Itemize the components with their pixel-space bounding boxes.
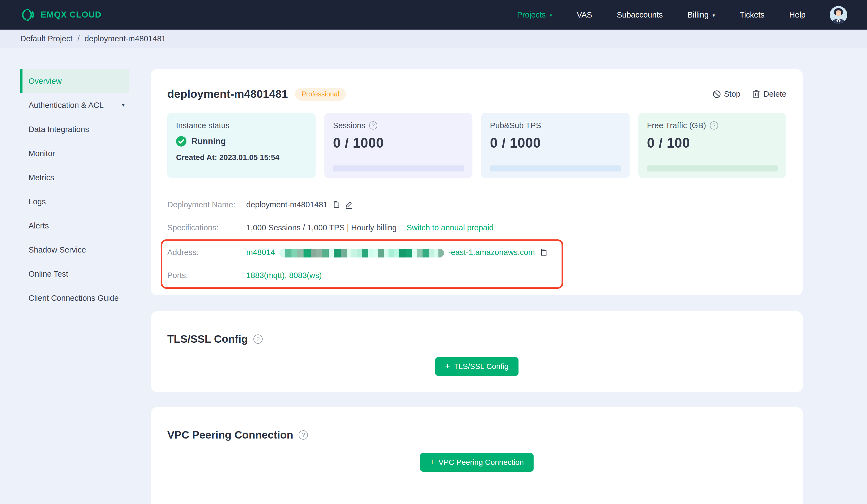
- tls-ssl-title: TLS/SSL Config: [167, 333, 248, 345]
- sidebar-item-overview[interactable]: Overview: [20, 69, 129, 93]
- top-navbar: EMQX CLOUD Projects ▾ VAS Subaccounts Bi…: [0, 0, 867, 30]
- sessions-progress-bar: [333, 165, 464, 172]
- address-redaction: [279, 249, 444, 258]
- free-traffic-value: 0 / 100: [647, 135, 778, 151]
- breadcrumb: Default Project / deployment-m4801481: [0, 30, 867, 48]
- chevron-down-icon: ▾: [713, 13, 715, 18]
- sessions-card: Sessions ? 0 / 1000: [324, 113, 473, 178]
- add-tls-ssl-config-button[interactable]: + TLS/SSL Config: [435, 357, 518, 376]
- deployment-title: deployment-m4801481: [167, 88, 288, 100]
- emqx-logo-icon: [20, 8, 34, 22]
- vpc-peering-title: VPC Peering Connection: [167, 429, 293, 441]
- nav-item-projects[interactable]: Projects ▾: [517, 10, 552, 20]
- ports-label: Ports:: [167, 271, 246, 280]
- sidebar-item-client-connections-guide[interactable]: Client Connections Guide: [20, 286, 129, 310]
- instance-status-label: Instance status: [176, 121, 229, 130]
- deployment-name-row: Deployment Name: deployment-m4801481: [167, 193, 786, 216]
- copy-icon[interactable]: [539, 249, 548, 257]
- free-traffic-progress-bar: [647, 165, 778, 172]
- overview-card: deployment-m4801481 Professional Stop: [151, 69, 803, 295]
- nav-item-vas[interactable]: VAS: [577, 10, 592, 20]
- pubsub-tps-progress-bar: [490, 165, 621, 172]
- emqx-cloud-app: EMQX CLOUD Projects ▾ VAS Subaccounts Bi…: [0, 0, 867, 504]
- sessions-value: 0 / 1000: [333, 135, 464, 151]
- copy-icon[interactable]: [332, 201, 340, 209]
- nav-item-billing[interactable]: Billing ▾: [687, 10, 715, 20]
- specifications-value: 1,000 Sessions / 1,000 TPS | Hourly bill…: [246, 223, 397, 232]
- chevron-down-icon: ▾: [122, 102, 125, 108]
- pubsub-tps-label: Pub&Sub TPS: [490, 121, 541, 130]
- stop-button[interactable]: Stop: [713, 90, 741, 99]
- address-label: Address:: [167, 248, 246, 257]
- stats-row: Instance status Running Created At: 2023…: [167, 113, 786, 178]
- breadcrumb-separator: /: [77, 34, 79, 43]
- nav-item-help[interactable]: Help: [789, 10, 805, 20]
- sessions-label: Sessions: [333, 121, 365, 130]
- address-annotation-box: Address: m48014 -east-1.amazonaws.com: [161, 239, 563, 289]
- free-traffic-label: Free Traffic (GB): [647, 121, 706, 130]
- sidebar-item-shadow-service[interactable]: Shadow Service: [20, 238, 129, 262]
- main-content: deployment-m4801481 Professional Stop: [151, 48, 803, 504]
- instance-status-value: Running: [191, 136, 226, 146]
- sidebar-item-online-test[interactable]: Online Test: [20, 262, 129, 286]
- check-circle-icon: [176, 136, 186, 146]
- tls-ssl-card: TLS/SSL Config ? + TLS/SSL Config: [151, 311, 803, 392]
- help-icon[interactable]: ?: [369, 121, 377, 130]
- pubsub-tps-value: 0 / 1000: [490, 135, 621, 151]
- user-avatar[interactable]: [830, 6, 847, 24]
- stop-icon: [713, 90, 721, 98]
- switch-annual-prepaid-link[interactable]: Switch to annual prepaid: [407, 223, 494, 232]
- sidebar-item-data-integrations[interactable]: Data Integrations: [20, 117, 129, 141]
- help-icon[interactable]: ?: [253, 335, 263, 344]
- sidebar-item-authentication-acl[interactable]: Authentication & ACL ▾: [20, 93, 129, 117]
- brand-name: EMQX CLOUD: [41, 10, 101, 20]
- ports-value: 1883(mqtt), 8083(ws): [246, 271, 322, 280]
- sidebar-item-metrics[interactable]: Metrics: [20, 165, 129, 189]
- nav-item-tickets[interactable]: Tickets: [740, 10, 765, 20]
- specifications-row: Specifications: 1,000 Sessions / 1,000 T…: [167, 216, 786, 239]
- plus-icon: +: [430, 458, 435, 466]
- deployment-name-label: Deployment Name:: [167, 200, 246, 209]
- edit-icon[interactable]: [345, 200, 353, 209]
- chevron-down-icon: ▾: [550, 13, 552, 18]
- sidebar-item-logs[interactable]: Logs: [20, 189, 129, 213]
- breadcrumb-current: deployment-m4801481: [84, 34, 166, 43]
- nav-item-subaccounts[interactable]: Subaccounts: [617, 10, 663, 20]
- help-icon[interactable]: ?: [299, 430, 308, 440]
- deployment-details: Deployment Name: deployment-m4801481: [167, 193, 786, 289]
- address-suffix: -east-1.amazonaws.com: [448, 248, 535, 257]
- address-prefix: m48014: [246, 248, 275, 257]
- specifications-label: Specifications:: [167, 223, 246, 232]
- sidebar-item-alerts[interactable]: Alerts: [20, 213, 129, 238]
- nav-items: Projects ▾ VAS Subaccounts Billing ▾ Tic…: [517, 10, 805, 20]
- emqx-logo[interactable]: EMQX CLOUD: [20, 8, 101, 22]
- sidebar: Overview Authentication & ACL ▾ Data Int…: [0, 48, 151, 504]
- add-vpc-peering-button[interactable]: + VPC Peering Connection: [420, 453, 534, 472]
- instance-status-card: Instance status Running Created At: 2023…: [167, 113, 315, 178]
- breadcrumb-project[interactable]: Default Project: [20, 34, 72, 43]
- vpc-peering-card: VPC Peering Connection ? + VPC Peering C…: [151, 407, 803, 504]
- created-at: Created At: 2023.01.05 15:54: [176, 153, 307, 162]
- plan-badge: Professional: [295, 88, 346, 101]
- pubsub-tps-card: Pub&Sub TPS 0 / 1000: [481, 113, 630, 178]
- avatar-glasses: [836, 13, 841, 14]
- delete-button[interactable]: Delete: [752, 90, 786, 99]
- free-traffic-card: Free Traffic (GB) ? 0 / 100: [638, 113, 786, 178]
- sidebar-item-monitor[interactable]: Monitor: [20, 141, 129, 165]
- address-row: Address: m48014 -east-1.amazonaws.com: [167, 241, 561, 264]
- avatar-tie: [838, 20, 839, 24]
- deployment-name-value: deployment-m4801481: [246, 200, 328, 209]
- plus-icon: +: [445, 362, 450, 370]
- trash-icon: [752, 90, 760, 98]
- help-icon[interactable]: ?: [710, 121, 718, 130]
- ports-row: Ports: 1883(mqtt), 8083(ws): [167, 264, 561, 287]
